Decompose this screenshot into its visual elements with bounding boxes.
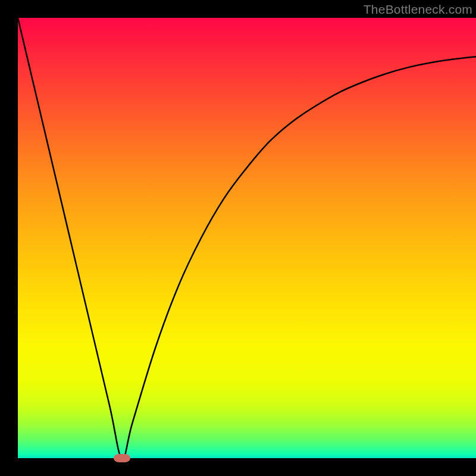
chart-frame: TheBottleneck.com [0,0,476,476]
minimum-marker [114,454,130,462]
plot-area [18,18,476,458]
bottleneck-curve [18,18,476,458]
watermark-text: TheBottleneck.com [364,2,472,17]
